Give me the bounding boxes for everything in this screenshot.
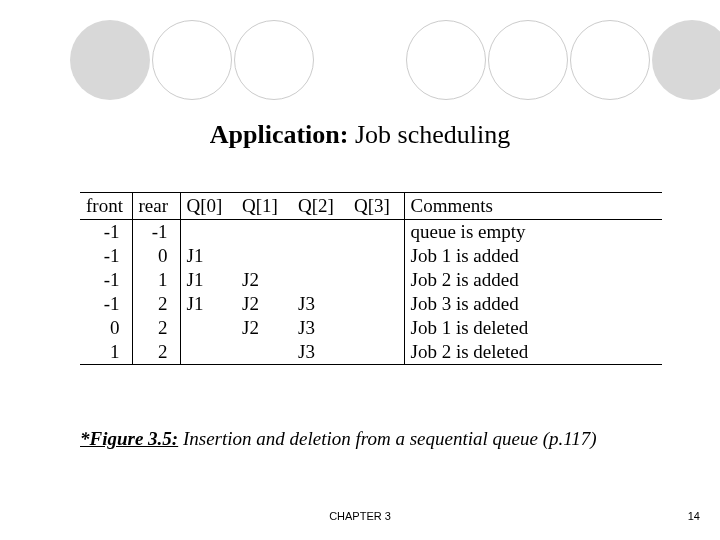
table-row: 02J2J3Job 1 is deleted	[80, 316, 662, 340]
cell-q3	[348, 220, 404, 245]
cell-rear: 2	[132, 316, 180, 340]
footer-chapter: CHAPTER 3	[0, 510, 720, 522]
col-q0: Q[0]	[180, 193, 236, 220]
cell-q2	[292, 268, 348, 292]
cell-q2: J3	[292, 316, 348, 340]
cell-q2	[292, 244, 348, 268]
cell-rear: -1	[132, 220, 180, 245]
caption-label: *Figure 3.5:	[80, 428, 178, 449]
circle-icon	[70, 20, 150, 100]
cell-q0: J1	[180, 292, 236, 316]
cell-q1	[236, 340, 292, 365]
cell-comment: Job 2 is added	[404, 268, 662, 292]
table-row: -1-1queue is empty	[80, 220, 662, 245]
table-row: 12J3Job 2 is deleted	[80, 340, 662, 365]
cell-q2: J3	[292, 340, 348, 365]
cell-q3	[348, 340, 404, 365]
cell-rear: 0	[132, 244, 180, 268]
figure-caption: *Figure 3.5: Insertion and deletion from…	[80, 428, 597, 450]
circle-icon	[652, 20, 720, 100]
cell-q1	[236, 220, 292, 245]
cell-front: -1	[80, 292, 132, 316]
cell-rear: 2	[132, 340, 180, 365]
cell-q2	[292, 220, 348, 245]
circle-icon	[570, 20, 650, 100]
title-bold: Application:	[210, 120, 349, 149]
col-rear: rear	[132, 193, 180, 220]
col-comments: Comments	[404, 193, 662, 220]
cell-q3	[348, 244, 404, 268]
cell-q2: J3	[292, 292, 348, 316]
page-title: Application: Job scheduling	[0, 120, 720, 150]
circle-icon	[234, 20, 314, 100]
cell-front: -1	[80, 268, 132, 292]
table-row: -12J1J2J3Job 3 is added	[80, 292, 662, 316]
cell-rear: 1	[132, 268, 180, 292]
cell-comment: Job 3 is added	[404, 292, 662, 316]
circle-icon	[152, 20, 232, 100]
queue-table: front rear Q[0] Q[1] Q[2] Q[3] Comments …	[80, 192, 662, 365]
cell-front: -1	[80, 244, 132, 268]
cell-front: 1	[80, 340, 132, 365]
col-q3: Q[3]	[348, 193, 404, 220]
cell-q1: J2	[236, 268, 292, 292]
col-q1: Q[1]	[236, 193, 292, 220]
footer-page-number: 14	[688, 510, 700, 522]
circle-icon	[406, 20, 486, 100]
cell-q0: J1	[180, 244, 236, 268]
cell-q0: J1	[180, 268, 236, 292]
cell-q0	[180, 220, 236, 245]
col-q2: Q[2]	[292, 193, 348, 220]
decorative-circles	[70, 20, 720, 100]
title-rest: Job scheduling	[348, 120, 510, 149]
col-front: front	[80, 193, 132, 220]
cell-comment: Job 1 is added	[404, 244, 662, 268]
caption-text: Insertion and deletion from a sequential…	[178, 428, 596, 449]
table-header-row: front rear Q[0] Q[1] Q[2] Q[3] Comments	[80, 193, 662, 220]
table-row: -10J1Job 1 is added	[80, 244, 662, 268]
cell-comment: Job 2 is deleted	[404, 340, 662, 365]
cell-q3	[348, 292, 404, 316]
cell-q1: J2	[236, 316, 292, 340]
circle-icon	[488, 20, 568, 100]
cell-front: -1	[80, 220, 132, 245]
cell-q1	[236, 244, 292, 268]
cell-q0	[180, 316, 236, 340]
cell-q3	[348, 316, 404, 340]
table-row: -11J1J2Job 2 is added	[80, 268, 662, 292]
cell-q3	[348, 268, 404, 292]
cell-comment: queue is empty	[404, 220, 662, 245]
cell-front: 0	[80, 316, 132, 340]
cell-comment: Job 1 is deleted	[404, 316, 662, 340]
cell-rear: 2	[132, 292, 180, 316]
cell-q0	[180, 340, 236, 365]
cell-q1: J2	[236, 292, 292, 316]
